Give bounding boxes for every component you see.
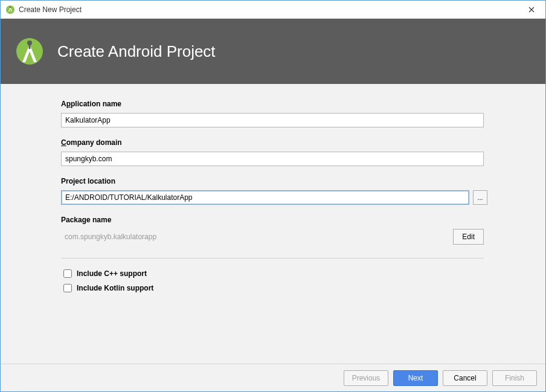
include-kotlin-label: Include Kotlin support: [77, 284, 153, 292]
close-button[interactable]: [518, 1, 545, 18]
android-studio-icon: [5, 5, 15, 14]
package-name-label: Package name: [61, 216, 501, 224]
package-name-value: com.spungkyb.kalkulatorapp: [61, 233, 156, 241]
cancel-button[interactable]: Cancel: [443, 370, 487, 386]
footer: Previous Next Cancel Finish: [1, 364, 545, 391]
include-cpp-checkbox[interactable]: [63, 269, 72, 278]
field-project-location: Project location ...: [61, 177, 501, 205]
close-icon: [528, 7, 535, 13]
include-cpp-row[interactable]: Include C++ support: [61, 269, 501, 278]
project-location-input[interactable]: [61, 190, 469, 205]
project-location-label: Project location: [61, 177, 501, 185]
company-domain-label: Company domain: [61, 138, 501, 147]
company-domain-input[interactable]: [61, 152, 484, 166]
titlebar: Create New Project: [1, 1, 545, 19]
edit-package-button[interactable]: Edit: [453, 229, 484, 245]
window-title: Create New Project: [19, 5, 518, 14]
application-name-label: Application name: [61, 100, 501, 108]
field-package-name: Package name com.spungkyb.kalkulatorapp …: [61, 216, 501, 245]
form-area: Application name Company domain Project …: [1, 84, 545, 364]
previous-button: Previous: [344, 370, 388, 386]
include-kotlin-checkbox[interactable]: [63, 284, 72, 292]
dialog-window: Create New Project Create Android Projec…: [0, 0, 546, 392]
field-application-name: Application name: [61, 100, 501, 127]
browse-button[interactable]: ...: [473, 190, 487, 205]
separator: [61, 258, 484, 259]
next-button[interactable]: Next: [393, 370, 438, 386]
include-kotlin-row[interactable]: Include Kotlin support: [61, 284, 501, 292]
banner-heading: Create Android Project: [57, 42, 216, 61]
include-cpp-label: Include C++ support: [77, 269, 147, 278]
application-name-input[interactable]: [61, 113, 484, 127]
android-studio-logo-icon: [14, 36, 45, 67]
banner: Create Android Project: [1, 19, 545, 84]
finish-button: Finish: [492, 370, 537, 386]
field-company-domain: Company domain: [61, 138, 501, 166]
svg-point-1: [10, 6, 11, 7]
